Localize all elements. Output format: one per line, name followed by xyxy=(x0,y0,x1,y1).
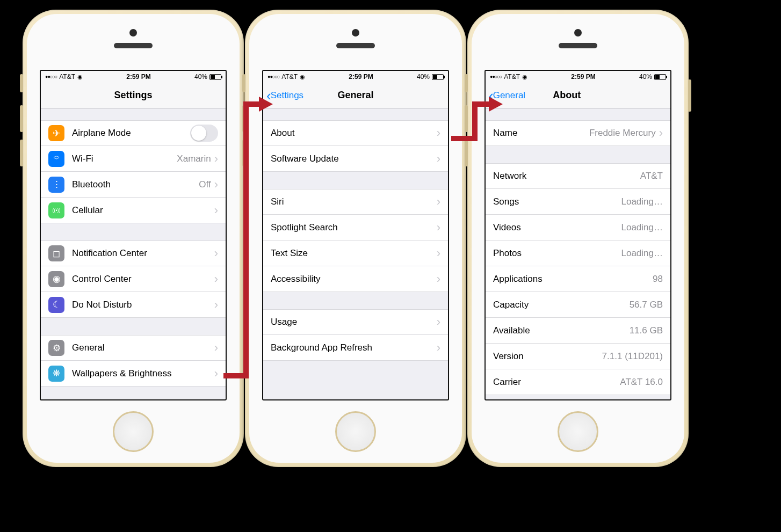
clock-label: 2:59 PM xyxy=(83,73,194,81)
chevron-right-icon: › xyxy=(437,152,440,166)
list-item[interactable]: Background App Refresh› xyxy=(263,335,448,361)
chevron-right-icon: › xyxy=(214,178,218,192)
row-label: Usage xyxy=(271,317,433,327)
list-item[interactable]: ❋Wallpapers & Brightness› xyxy=(41,361,226,387)
cellular-icon: ((•)) xyxy=(48,202,64,218)
chevron-right-icon: › xyxy=(437,272,440,286)
list-item[interactable]: About› xyxy=(263,120,448,146)
row-label: Photos xyxy=(493,248,617,259)
row-value: Xamarin xyxy=(177,154,211,164)
settings-list[interactable]: ✈Airplane Mode⌔Wi-FiXamarin›⋮BluetoothOf… xyxy=(41,108,226,399)
phone-about: ●●○○○AT&T◉ 2:59 PM 40% ‹General About Na… xyxy=(467,10,689,467)
row-value: Freddie Mercury xyxy=(589,128,656,139)
list-item[interactable]: Text Size› xyxy=(263,241,448,266)
chevron-right-icon: › xyxy=(214,272,218,286)
general-list[interactable]: About›Software Update›Siri›Spotlight Sea… xyxy=(263,108,448,399)
row-label: Version xyxy=(493,351,598,362)
battery-icon xyxy=(432,74,444,80)
chevron-right-icon: › xyxy=(214,367,218,381)
list-item[interactable]: Applications98 xyxy=(486,266,670,292)
chevron-right-icon: › xyxy=(214,246,218,260)
list-item[interactable]: ◻Notification Center› xyxy=(41,241,226,266)
list-item[interactable]: Version7.1.1 (11D201) xyxy=(486,344,670,369)
list-item[interactable]: CarrierAT&T 16.0 xyxy=(486,369,670,395)
chevron-right-icon: › xyxy=(437,195,440,209)
list-item[interactable]: Spotlight Search› xyxy=(263,215,448,241)
chevron-right-icon: › xyxy=(214,152,218,166)
signal-icon: ●●○○○ xyxy=(490,74,502,79)
speaker-slot xyxy=(114,43,153,48)
battery-label: 40% xyxy=(194,73,207,81)
row-label: Background App Refresh xyxy=(271,342,433,353)
row-label: General xyxy=(72,342,211,353)
airplane-icon: ✈ xyxy=(48,125,64,141)
row-value: Off xyxy=(199,179,211,190)
list-item[interactable]: ((•))Cellular› xyxy=(41,198,226,223)
list-item[interactable]: Available11.6 GB xyxy=(486,318,670,344)
signal-icon: ●●○○○ xyxy=(45,74,57,79)
list-item[interactable]: ✈Airplane Mode xyxy=(41,120,226,146)
row-label: Capacity xyxy=(493,300,625,310)
chevron-right-icon: › xyxy=(437,315,440,329)
nav-bar: ‹General About xyxy=(486,83,670,108)
row-label: Airplane Mode xyxy=(72,128,190,139)
toggle-switch[interactable] xyxy=(190,125,218,142)
nav-bar: ‹Settings General xyxy=(263,83,448,108)
general-icon: ⚙ xyxy=(48,340,64,356)
list-item[interactable]: Siri› xyxy=(263,189,448,215)
chevron-right-icon: › xyxy=(659,126,663,140)
wifi-status-icon: ◉ xyxy=(77,74,83,81)
home-button[interactable] xyxy=(558,411,598,452)
about-list[interactable]: NameFreddie Mercury›NetworkAT&TSongsLoad… xyxy=(486,108,670,399)
row-value: 11.6 GB xyxy=(630,325,663,336)
list-item[interactable]: ⌔Wi-FiXamarin› xyxy=(41,146,226,172)
status-bar: ●●○○○AT&T◉ 2:59 PM 40% xyxy=(41,71,226,83)
screen-settings: ●●○○○AT&T◉ 2:59 PM 40% Settings ✈Airplan… xyxy=(40,70,227,400)
list-item[interactable]: NameFreddie Mercury› xyxy=(486,120,670,146)
wifi-icon: ⌔ xyxy=(48,151,64,167)
row-label: Siri xyxy=(271,196,433,207)
list-item[interactable]: NetworkAT&T xyxy=(486,163,670,189)
chevron-right-icon: › xyxy=(437,246,440,260)
screen-about: ●●○○○AT&T◉ 2:59 PM 40% ‹General About Na… xyxy=(484,70,671,400)
row-value: Loading… xyxy=(621,222,663,233)
row-label: Accessibility xyxy=(271,274,433,285)
notification-icon: ◻ xyxy=(48,245,64,261)
row-label: Cellular xyxy=(72,205,211,216)
back-button[interactable]: ‹General xyxy=(489,89,525,103)
row-value: AT&T xyxy=(640,171,663,181)
list-item[interactable]: Usage› xyxy=(263,309,448,335)
list-item[interactable]: PhotosLoading… xyxy=(486,241,670,266)
list-item[interactable]: ⚙General› xyxy=(41,335,226,361)
home-button[interactable] xyxy=(113,411,154,452)
wifi-status-icon: ◉ xyxy=(300,74,305,81)
row-label: Do Not Disturb xyxy=(72,300,211,310)
back-button[interactable]: ‹Settings xyxy=(266,89,303,103)
list-item[interactable]: ◉Control Center› xyxy=(41,266,226,292)
wifi-status-icon: ◉ xyxy=(522,74,527,81)
row-label: Network xyxy=(493,171,636,181)
list-item[interactable]: ⋮BluetoothOff› xyxy=(41,172,226,198)
list-item[interactable]: Accessibility› xyxy=(263,266,448,292)
list-item[interactable]: SongsLoading… xyxy=(486,189,670,215)
list-item[interactable]: VideosLoading… xyxy=(486,215,670,241)
list-item[interactable]: ☾Do Not Disturb› xyxy=(41,292,226,318)
battery-icon xyxy=(209,74,221,80)
phone-settings: ●●○○○AT&T◉ 2:59 PM 40% Settings ✈Airplan… xyxy=(23,10,244,467)
bluetooth-icon: ⋮ xyxy=(48,177,64,193)
row-value: 7.1.1 (11D201) xyxy=(602,351,663,362)
chevron-right-icon: › xyxy=(214,203,218,217)
control-icon: ◉ xyxy=(48,271,64,287)
status-bar: ●●○○○AT&T◉ 2:59 PM 40% xyxy=(486,71,670,83)
row-label: Control Center xyxy=(72,274,211,285)
chevron-right-icon: › xyxy=(214,341,218,355)
dnd-icon: ☾ xyxy=(48,297,64,313)
chevron-right-icon: › xyxy=(214,298,218,312)
page-title: Settings xyxy=(114,90,152,101)
status-bar: ●●○○○AT&T◉ 2:59 PM 40% xyxy=(263,71,448,83)
row-value: 56.7 GB xyxy=(630,300,663,310)
list-item[interactable]: Capacity56.7 GB xyxy=(486,292,670,318)
list-item[interactable]: Software Update› xyxy=(263,146,448,172)
row-label: Wallpapers & Brightness xyxy=(72,368,211,379)
home-button[interactable] xyxy=(335,411,376,452)
